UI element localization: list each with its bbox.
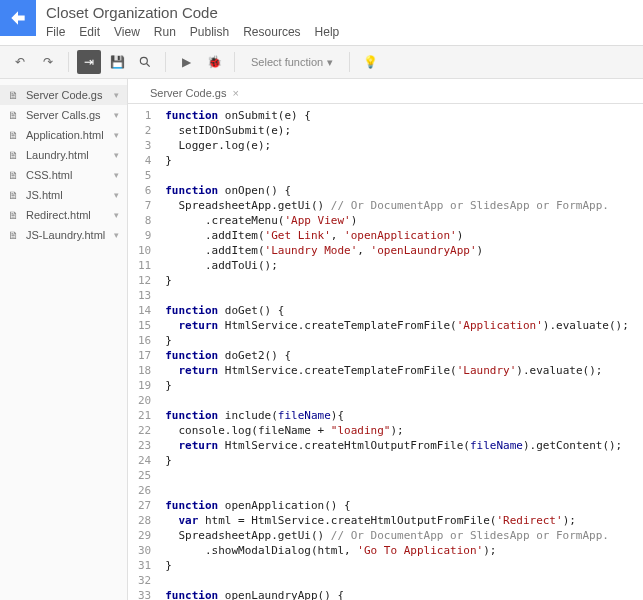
file-item[interactable]: 🗎Laundry.html▾ bbox=[0, 145, 127, 165]
save-button[interactable]: 💾 bbox=[105, 50, 129, 74]
file-item[interactable]: 🗎Server Code.gs▾ bbox=[0, 85, 127, 105]
code-content[interactable]: function onSubmit(e) { setIDOnSubmit(e);… bbox=[157, 104, 643, 600]
file-icon: 🗎 bbox=[8, 229, 20, 241]
menubar: FileEditViewRunPublishResourcesHelp bbox=[46, 25, 643, 45]
file-item[interactable]: 🗎Redirect.html▾ bbox=[0, 205, 127, 225]
chevron-down-icon[interactable]: ▾ bbox=[114, 170, 119, 180]
menu-resources[interactable]: Resources bbox=[243, 25, 300, 39]
svg-point-0 bbox=[140, 57, 147, 64]
editor-tab[interactable]: Server Code.gs× bbox=[140, 83, 249, 103]
indent-button[interactable]: ⇥ bbox=[77, 50, 101, 74]
file-icon: 🗎 bbox=[8, 189, 20, 201]
chevron-down-icon[interactable]: ▾ bbox=[114, 190, 119, 200]
file-icon: 🗎 bbox=[8, 129, 20, 141]
debug-button[interactable]: 🐞 bbox=[202, 50, 226, 74]
menu-view[interactable]: View bbox=[114, 25, 140, 39]
file-item[interactable]: 🗎Server Calls.gs▾ bbox=[0, 105, 127, 125]
file-item[interactable]: 🗎Application.html▾ bbox=[0, 125, 127, 145]
chevron-down-icon[interactable]: ▾ bbox=[114, 230, 119, 240]
editor-tabs: Server Code.gs× bbox=[128, 79, 643, 104]
file-name: Application.html bbox=[26, 129, 114, 141]
chevron-down-icon[interactable]: ▾ bbox=[114, 90, 119, 100]
chevron-down-icon[interactable]: ▾ bbox=[114, 150, 119, 160]
chevron-down-icon: ▾ bbox=[327, 56, 333, 69]
search-button[interactable] bbox=[133, 50, 157, 74]
file-item[interactable]: 🗎JS.html▾ bbox=[0, 185, 127, 205]
menu-help[interactable]: Help bbox=[315, 25, 340, 39]
svg-line-1 bbox=[147, 64, 150, 67]
file-name: Server Calls.gs bbox=[26, 109, 114, 121]
file-icon: 🗎 bbox=[8, 109, 20, 121]
file-name: JS.html bbox=[26, 189, 114, 201]
menu-edit[interactable]: Edit bbox=[79, 25, 100, 39]
file-name: Laundry.html bbox=[26, 149, 114, 161]
project-title[interactable]: Closet Organization Code bbox=[46, 4, 643, 21]
hint-button[interactable]: 💡 bbox=[358, 50, 382, 74]
toolbar: ↶ ↷ ⇥ 💾 ▶ 🐞 Select function ▾ 💡 bbox=[0, 46, 643, 79]
file-name: CSS.html bbox=[26, 169, 114, 181]
file-icon: 🗎 bbox=[8, 209, 20, 221]
function-select-label: Select function bbox=[251, 56, 323, 68]
file-name: Server Code.gs bbox=[26, 89, 114, 101]
run-button[interactable]: ▶ bbox=[174, 50, 198, 74]
line-gutter: 1234567891011121314151617181920212223242… bbox=[128, 104, 157, 600]
function-select[interactable]: Select function ▾ bbox=[243, 56, 341, 69]
menu-publish[interactable]: Publish bbox=[190, 25, 229, 39]
chevron-down-icon[interactable]: ▾ bbox=[114, 210, 119, 220]
file-item[interactable]: 🗎CSS.html▾ bbox=[0, 165, 127, 185]
code-editor[interactable]: 1234567891011121314151617181920212223242… bbox=[128, 104, 643, 600]
menu-file[interactable]: File bbox=[46, 25, 65, 39]
chevron-down-icon[interactable]: ▾ bbox=[114, 110, 119, 120]
file-item[interactable]: 🗎JS-Laundry.html▾ bbox=[0, 225, 127, 245]
tab-label: Server Code.gs bbox=[150, 87, 226, 99]
chevron-down-icon[interactable]: ▾ bbox=[114, 130, 119, 140]
redo-button[interactable]: ↷ bbox=[36, 50, 60, 74]
header: Closet Organization Code FileEditViewRun… bbox=[0, 0, 643, 46]
file-icon: 🗎 bbox=[8, 149, 20, 161]
file-name: JS-Laundry.html bbox=[26, 229, 114, 241]
file-icon: 🗎 bbox=[8, 169, 20, 181]
app-logo[interactable] bbox=[0, 0, 36, 36]
file-name: Redirect.html bbox=[26, 209, 114, 221]
undo-button[interactable]: ↶ bbox=[8, 50, 32, 74]
close-icon[interactable]: × bbox=[232, 87, 238, 99]
menu-run[interactable]: Run bbox=[154, 25, 176, 39]
file-icon: 🗎 bbox=[8, 89, 20, 101]
file-sidebar: 🗎Server Code.gs▾🗎Server Calls.gs▾🗎Applic… bbox=[0, 79, 128, 600]
